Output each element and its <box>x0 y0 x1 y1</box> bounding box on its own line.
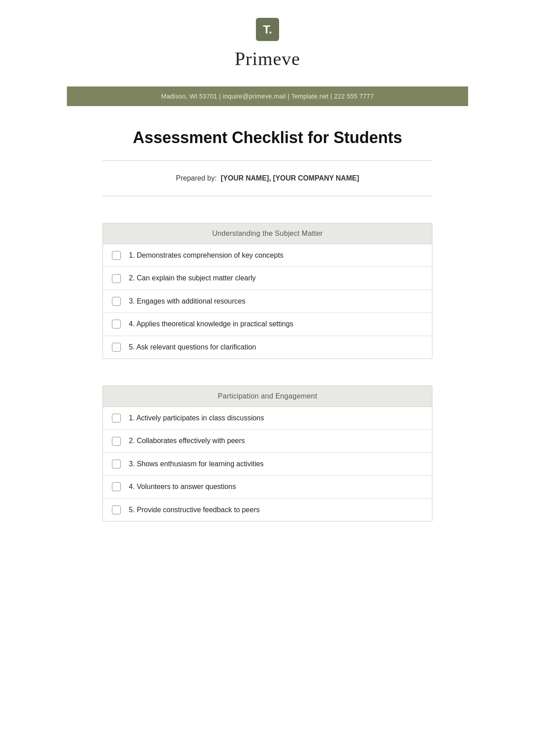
document-title: Assessment Checklist for Students <box>103 128 432 147</box>
checklist-item[interactable]: 3. Engages with additional resources <box>103 290 432 313</box>
section-understanding-header: Understanding the Subject Matter <box>103 223 432 244</box>
checkbox-p5[interactable] <box>112 505 121 514</box>
checklist-item[interactable]: 2. Collaborates effectively with peers <box>103 430 432 452</box>
prepared-by: Prepared by: [YOUR NAME], [YOUR COMPANY … <box>103 174 432 182</box>
section-participation-header: Participation and Engagement <box>103 386 432 407</box>
checkbox-1[interactable] <box>112 251 121 260</box>
checklist-item[interactable]: 3. Shows enthusiasm for learning activit… <box>103 453 432 476</box>
checkbox-3[interactable] <box>112 297 121 306</box>
prepared-by-value: [YOUR NAME], [YOUR COMPANY NAME] <box>221 174 359 182</box>
checklist-item[interactable]: 5. Ask relevant questions for clarificat… <box>103 336 432 358</box>
prepared-by-label: Prepared by: <box>176 174 217 182</box>
item-text-4: 4. Applies theoretical knowledge in prac… <box>129 319 293 329</box>
checkbox-2[interactable] <box>112 274 121 283</box>
logo-box: T. <box>256 18 279 41</box>
header: T. Primeve <box>67 0 468 78</box>
logo-icon: T. <box>263 24 272 35</box>
checklist-item[interactable]: 5. Provide constructive feedback to peer… <box>103 499 432 521</box>
section-understanding-title: Understanding the Subject Matter <box>212 230 323 237</box>
item-text-p4: 4. Volunteers to answer questions <box>129 482 236 492</box>
checklist-item[interactable]: 4. Volunteers to answer questions <box>103 476 432 498</box>
checklist-item[interactable]: 2. Can explain the subject matter clearl… <box>103 267 432 290</box>
item-text-1: 1. Demonstrates comprehension of key con… <box>129 251 284 260</box>
item-text-5: 5. Ask relevant questions for clarificat… <box>129 342 256 352</box>
item-text-p3: 3. Shows enthusiasm for learning activit… <box>129 459 263 469</box>
checkbox-p4[interactable] <box>112 482 121 491</box>
divider-2 <box>103 196 432 196</box>
checkbox-p3[interactable] <box>112 460 121 468</box>
info-bar: Madison, WI 53701 | inquire@primeve.mail… <box>67 86 468 106</box>
main-content: Assessment Checklist for Students Prepar… <box>67 106 468 562</box>
section-understanding: Understanding the Subject Matter 1. Demo… <box>103 223 432 359</box>
divider-1 <box>103 160 432 161</box>
checklist-item[interactable]: 1. Actively participates in class discus… <box>103 407 432 430</box>
item-text-p1: 1. Actively participates in class discus… <box>129 413 264 423</box>
item-text-p5: 5. Provide constructive feedback to peer… <box>129 505 260 515</box>
checklist-item[interactable]: 1. Demonstrates comprehension of key con… <box>103 244 432 267</box>
item-text-3: 3. Engages with additional resources <box>129 296 246 306</box>
checklist-item[interactable]: 4. Applies theoretical knowledge in prac… <box>103 313 432 336</box>
checkbox-4[interactable] <box>112 320 121 329</box>
checkbox-p1[interactable] <box>112 414 121 423</box>
checkbox-5[interactable] <box>112 343 121 352</box>
section-participation-title: Participation and Engagement <box>218 392 317 400</box>
section-participation: Participation and Engagement 1. Actively… <box>103 386 432 522</box>
item-text-2: 2. Can explain the subject matter clearl… <box>129 273 256 283</box>
item-text-p2: 2. Collaborates effectively with peers <box>129 436 245 446</box>
checkbox-p2[interactable] <box>112 437 121 446</box>
company-name: Primeve <box>76 48 459 70</box>
